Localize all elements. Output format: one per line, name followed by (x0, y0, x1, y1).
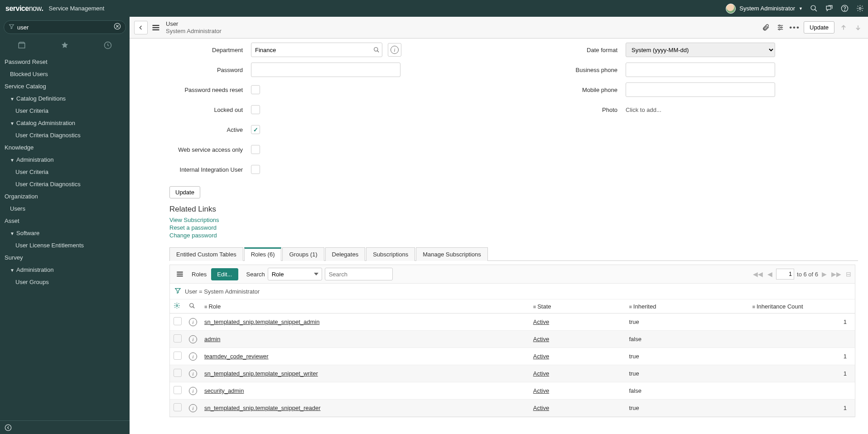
role-link[interactable]: sn_templated_snip.template_snippet_reade… (204, 405, 321, 411)
prev-record-icon[interactable] (838, 22, 849, 33)
nav-item[interactable]: Asset (0, 215, 130, 227)
state-link[interactable]: Active (533, 336, 549, 342)
tab-groups[interactable]: Groups (1) (282, 247, 324, 261)
nav-item[interactable]: Users (0, 203, 130, 215)
breadcrumb-text[interactable]: User = System Administrator (185, 288, 260, 295)
tab-delegates[interactable]: Delegates (325, 247, 366, 261)
role-link[interactable]: teamdev_code_reviewer (204, 353, 269, 360)
nav-item[interactable]: ▼Catalog Definitions (0, 92, 130, 105)
row-checkbox[interactable] (174, 317, 182, 325)
department-field[interactable] (251, 43, 382, 57)
row-info-icon[interactable]: i (189, 318, 197, 326)
state-link[interactable]: Active (533, 318, 549, 325)
personalize-columns-icon[interactable] (174, 303, 180, 310)
nav-item[interactable]: ▼Software (0, 227, 130, 239)
nav-item[interactable]: Knowledge (0, 141, 130, 154)
col-count[interactable]: ≡Inheritance Count (749, 299, 855, 313)
row-checkbox[interactable] (174, 352, 182, 360)
nav-history-icon[interactable] (87, 41, 130, 51)
tab-subscriptions[interactable]: Subscriptions (366, 247, 415, 261)
attachment-icon[interactable] (760, 22, 771, 33)
nav-tree[interactable]: Password ResetBlocked UsersService Catal… (0, 56, 130, 420)
personalize-icon[interactable] (775, 22, 786, 33)
list-search-field[interactable]: Role (268, 268, 322, 280)
ws-checkbox[interactable] (251, 145, 260, 154)
state-link[interactable]: Active (533, 405, 549, 411)
nav-item[interactable]: ▼Catalog Administration (0, 117, 130, 129)
next-record-icon[interactable] (853, 22, 863, 33)
page-input[interactable] (776, 269, 794, 280)
row-info-icon[interactable]: i (189, 335, 197, 343)
date-format-select[interactable]: System (yyyy-MM-dd) (626, 43, 775, 57)
nav-item[interactable]: User License Entitlements (0, 239, 130, 251)
nav-collapse-button[interactable] (0, 420, 130, 434)
gear-icon[interactable] (855, 4, 864, 13)
nav-item[interactable]: User Criteria (0, 105, 130, 117)
help-icon[interactable] (840, 4, 849, 13)
photo-add-link[interactable]: Click to add... (626, 106, 661, 113)
state-link[interactable]: Active (533, 387, 549, 394)
row-checkbox[interactable] (174, 386, 182, 394)
nav-item[interactable]: User Criteria Diagnostics (0, 129, 130, 141)
list-edit-button[interactable]: Edit... (211, 268, 238, 280)
nav-filter-input[interactable] (17, 24, 114, 31)
row-info-icon[interactable]: i (189, 370, 197, 378)
col-inherited[interactable]: ≡Inherited (625, 299, 748, 313)
row-checkbox[interactable] (174, 403, 182, 411)
list-menu-icon[interactable] (174, 270, 185, 278)
info-icon[interactable]: i (388, 43, 401, 57)
list-search-input[interactable] (325, 268, 393, 280)
tab-roles[interactable]: Roles (6) (244, 247, 282, 261)
row-checkbox[interactable] (174, 334, 182, 342)
tab-entitled-tables[interactable]: Entitled Custom Tables (169, 247, 243, 261)
link-change-password[interactable]: Change password (169, 232, 860, 239)
password-field[interactable] (251, 63, 400, 77)
back-button[interactable] (134, 21, 148, 34)
row-checkbox[interactable] (174, 369, 182, 377)
form-update-button[interactable]: Update (169, 186, 200, 198)
prev-page-icon[interactable]: ◀ (767, 270, 773, 278)
more-actions-icon[interactable]: ••• (789, 22, 800, 33)
role-link[interactable]: sn_templated_snip.template_snippet_admin (204, 318, 319, 325)
row-info-icon[interactable]: i (189, 352, 197, 361)
col-state[interactable]: ≡State (530, 299, 626, 313)
form-menu-icon[interactable] (150, 24, 161, 32)
nav-item[interactable]: Organization (0, 190, 130, 203)
nav-item[interactable]: User Criteria Diagnostics (0, 178, 130, 190)
link-reset-password[interactable]: Reset a password (169, 224, 860, 231)
nav-favorites-icon[interactable] (43, 41, 86, 51)
internal-checkbox[interactable] (251, 165, 260, 174)
chat-icon[interactable] (825, 4, 834, 13)
row-info-icon[interactable]: i (189, 404, 197, 412)
search-icon[interactable] (809, 4, 818, 13)
brand-logo[interactable]: servicenow. (5, 5, 43, 13)
nav-item[interactable]: Service Catalog (0, 80, 130, 92)
tab-manage-subscriptions[interactable]: Manage Subscriptions (416, 247, 488, 261)
locked-checkbox[interactable] (251, 105, 260, 114)
list-collapse-icon[interactable]: ⊟ (845, 270, 852, 278)
nav-filter[interactable] (4, 20, 126, 34)
funnel-icon[interactable] (174, 287, 181, 295)
nav-all-apps-icon[interactable] (0, 41, 43, 51)
next-page-icon[interactable]: ▶ (821, 270, 828, 278)
role-link[interactable]: security_admin (204, 387, 244, 394)
link-view-subscriptions[interactable]: View Subscriptions (169, 217, 860, 223)
role-link[interactable]: admin (204, 336, 220, 342)
role-link[interactable]: sn_templated_snip.template_snippet_write… (204, 370, 318, 377)
last-page-icon[interactable]: ▶▶ (830, 270, 842, 278)
nav-item[interactable]: User Criteria (0, 166, 130, 178)
clear-filter-icon[interactable] (114, 23, 121, 32)
column-search-icon[interactable] (189, 303, 195, 310)
col-role[interactable]: ≡Role (201, 299, 530, 313)
nav-item[interactable]: Blocked Users (0, 68, 130, 80)
nav-item[interactable]: ▼Administration (0, 154, 130, 166)
nav-item[interactable]: Password Reset (0, 56, 130, 68)
business-phone-field[interactable] (626, 63, 775, 77)
needs-reset-checkbox[interactable] (251, 85, 260, 94)
first-page-icon[interactable]: ◀◀ (752, 270, 764, 278)
lookup-icon[interactable] (370, 43, 383, 57)
mobile-phone-field[interactable] (626, 82, 775, 97)
nav-item[interactable]: ▼Administration (0, 264, 130, 276)
row-info-icon[interactable]: i (189, 387, 197, 395)
active-checkbox[interactable] (251, 125, 260, 134)
